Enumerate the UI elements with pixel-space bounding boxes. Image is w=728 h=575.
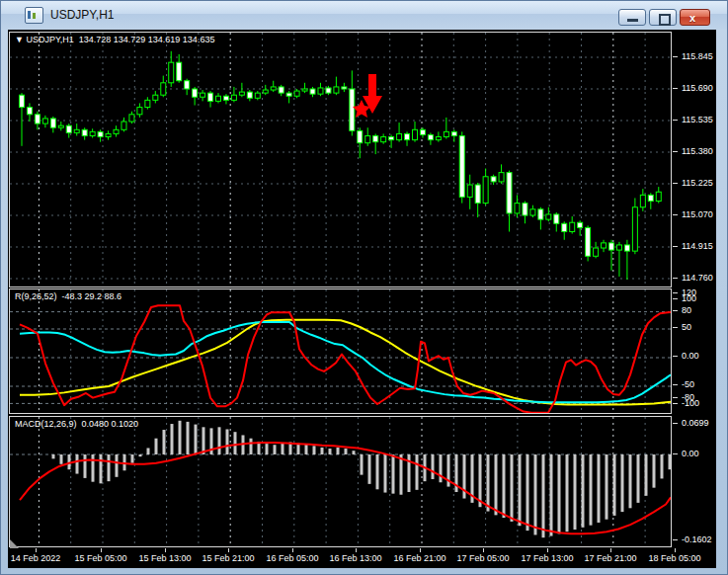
bear-candle: [562, 223, 567, 231]
bear-candle: [578, 222, 583, 227]
r-indicator-chart[interactable]: [10, 289, 671, 413]
bear-candle: [554, 214, 559, 223]
macd-histogram-bar: [637, 454, 640, 503]
axis-tick: [673, 88, 678, 89]
macd-histogram-bar: [495, 454, 498, 515]
macd-histogram-bar: [621, 454, 624, 512]
axis-tick: [673, 278, 678, 279]
price-panel[interactable]: ▼ USDJPY,H1 134.728 134.729 134.619 134.…: [9, 32, 672, 288]
axis-tick: [673, 310, 678, 311]
time-tick: [610, 548, 611, 552]
time-tick: [101, 548, 102, 552]
bull-candle: [231, 95, 236, 100]
time-label: 16 Feb 05:00: [266, 553, 318, 563]
axis-tick: [673, 403, 678, 404]
axis-tick: [673, 397, 678, 398]
bear-candle: [358, 130, 363, 142]
time-tick: [228, 548, 229, 552]
bear-candle: [459, 135, 464, 197]
macd-histogram-bar: [353, 451, 356, 454]
macd-histogram-bar: [282, 444, 284, 454]
bull-candle: [129, 115, 134, 122]
bear-candle: [538, 209, 543, 219]
bull-candle: [318, 88, 323, 94]
macd-histogram-bar: [139, 454, 142, 456]
macd-histogram-bar: [179, 421, 182, 454]
price-label: 115.225: [682, 178, 713, 188]
macd-histogram-bar: [503, 454, 506, 518]
bull-candle: [239, 92, 244, 95]
macd-histogram-bar: [202, 427, 205, 454]
price-label: 114.915: [682, 241, 713, 251]
bull-candle: [294, 91, 299, 96]
close-button[interactable]: x: [680, 9, 710, 26]
bear-candle: [586, 227, 591, 256]
macd-histogram-bar: [542, 454, 545, 537]
time-tick: [292, 548, 293, 552]
price-label: 115.690: [682, 83, 713, 93]
maximize-button[interactable]: [649, 9, 677, 26]
time-label: 16 Feb 21:00: [393, 553, 445, 563]
macd-histogram-bar: [321, 448, 324, 454]
axis-tick: [673, 246, 678, 247]
time-label: 17 Feb 05:00: [456, 553, 509, 563]
bear-candle: [624, 245, 629, 251]
minimize-button[interactable]: [618, 9, 646, 26]
bull-candle: [413, 129, 418, 139]
title-bar[interactable]: USDJPY,H1 x: [1, 1, 727, 30]
macd-histogram-bar: [661, 454, 664, 478]
axis-tick: [673, 120, 678, 121]
macd-histogram-bar: [313, 446, 316, 454]
macd-histogram-bar: [606, 454, 608, 520]
axis-tick: [673, 327, 678, 328]
candlestick-chart[interactable]: [10, 33, 671, 287]
r-level-label: -50: [682, 379, 694, 389]
bear-candle: [185, 81, 190, 89]
bull-candle: [365, 135, 370, 142]
bull-candle: [546, 214, 551, 219]
bull-candle: [42, 119, 47, 123]
macd-histogram-bar: [519, 454, 522, 526]
macd-histogram-bar: [218, 427, 221, 454]
time-scale[interactable]: 14 Feb 202215 Feb 05:0015 Feb 13:0015 Fe…: [8, 548, 716, 568]
panel-resize-grip[interactable]: [10, 539, 19, 548]
axis-tick: [673, 539, 678, 540]
bear-candle: [428, 134, 433, 139]
macd-histogram-bar: [297, 444, 300, 454]
bear-candle: [247, 92, 252, 98]
macd-chart[interactable]: [10, 417, 671, 546]
macd-histogram-bar: [266, 444, 269, 454]
r-level-label: 80: [682, 305, 691, 315]
price-scale[interactable]: 115.845115.690115.535115.380115.225115.0…: [673, 30, 716, 568]
bear-candle: [286, 93, 291, 96]
bull-candle: [436, 137, 441, 140]
macd-histogram-bar: [60, 454, 63, 464]
bear-candle: [326, 88, 331, 93]
r-level-label: -100: [682, 398, 699, 408]
bull-candle: [594, 248, 599, 256]
bull-candle: [616, 245, 621, 250]
r-indicator-panel[interactable]: R(9,26,52) -48.3 29.2 88.6: [9, 288, 672, 414]
macd-histogram-bar: [52, 454, 55, 458]
time-tick: [36, 548, 37, 552]
time-tick: [675, 548, 676, 552]
bull-candle: [640, 195, 645, 206]
macd-histogram-bar: [440, 454, 443, 482]
bear-candle: [223, 96, 228, 100]
bull-candle: [570, 222, 575, 231]
macd-histogram-bar: [361, 454, 364, 475]
bear-candle: [451, 131, 456, 135]
macd-histogram-bar: [116, 454, 119, 477]
bull-candle: [137, 108, 142, 115]
macd-panel[interactable]: MACD(12,26,9) 0.0480 0.1020: [9, 416, 672, 547]
macd-histogram-bar: [384, 454, 387, 493]
macd-histogram-bar: [416, 454, 419, 490]
bull-candle: [271, 87, 276, 90]
macd-histogram-bar: [226, 429, 229, 454]
bear-candle: [475, 185, 480, 204]
bull-candle: [161, 83, 166, 95]
bull-candle: [334, 87, 339, 93]
r-level-label: 100: [682, 293, 696, 303]
macd-histogram-bar: [400, 454, 403, 495]
bear-candle: [405, 133, 410, 139]
